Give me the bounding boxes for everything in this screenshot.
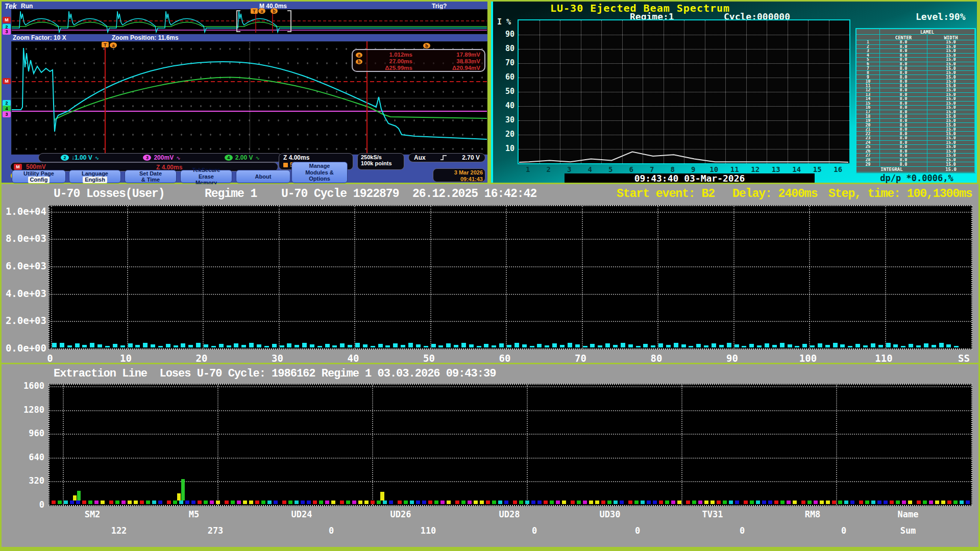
beam-marker	[340, 500, 344, 504]
lamel-row: 208.015.0	[856, 123, 975, 128]
cursor-a-marker-main[interactable]: a	[110, 42, 117, 48]
loss-bar	[514, 343, 519, 347]
loss-bar	[681, 344, 686, 347]
table-cell: 8.0	[880, 136, 927, 141]
table-cell: 29	[856, 162, 880, 167]
beam-marker	[191, 500, 195, 504]
trigger-icon	[283, 163, 288, 167]
loss-bar	[477, 346, 481, 347]
loss-bar	[264, 346, 269, 347]
loss-bar	[52, 343, 57, 347]
table-cell: 8.0	[880, 40, 927, 45]
trigger-marker-main[interactable]: T	[102, 42, 109, 47]
beam-marker	[455, 500, 459, 504]
cursor-a-line[interactable]	[105, 41, 106, 154]
dpp-readout: dp/p *0.0006,%	[856, 173, 977, 183]
loss-bar	[120, 345, 125, 347]
beam-marker	[595, 500, 599, 504]
coupling-icon: ∿	[176, 155, 180, 161]
loss-bar	[454, 345, 458, 347]
beam-marker	[838, 500, 842, 504]
table-cell: 24	[856, 141, 880, 145]
beam-marker	[787, 500, 791, 504]
spectrum-ytick: 30	[497, 115, 514, 124]
table-cell: 20	[856, 123, 880, 128]
loss-bar	[628, 344, 633, 347]
extraction-ytick: 960	[14, 428, 44, 438]
beam-marker	[908, 500, 912, 504]
loss-bar	[590, 344, 595, 347]
beam-marker	[358, 500, 362, 504]
beam-marker	[447, 500, 451, 504]
scope-time: 09:41:43	[435, 176, 483, 182]
loss-bar	[469, 344, 474, 347]
table-cell: 15.0	[927, 80, 975, 84]
cursor-tag: b	[356, 58, 364, 64]
u70-ytick: 0.0e+00	[3, 342, 46, 354]
menu-button-label: & Time	[141, 177, 160, 183]
table-cell: 15.0	[927, 136, 975, 141]
trigger-status: Trig?	[432, 3, 447, 10]
loss-bar	[325, 344, 330, 347]
spectrum-xtick: 1	[521, 165, 534, 173]
zoom-factor-readout: Zoom Factor: 10 X	[13, 34, 66, 41]
beam-marker	[167, 500, 171, 504]
grid-line	[657, 206, 658, 348]
menu-button-set-date[interactable]: Set Date& Time	[125, 170, 177, 183]
beam-marker	[601, 500, 605, 504]
beam-marker	[634, 500, 639, 504]
beam-marker	[383, 500, 387, 504]
table-cell: 15	[856, 102, 880, 106]
cursor-time: 27.00ms	[364, 58, 412, 64]
beam-marker	[198, 500, 202, 504]
beam-marker	[152, 500, 156, 504]
grid-line	[203, 206, 204, 348]
lamel-row: 58.015.0	[856, 58, 975, 62]
beam-marker	[474, 500, 478, 504]
table-cell: 8.0	[880, 114, 927, 119]
beam-marker	[480, 500, 484, 504]
zoom-scale-readout: Z 4.00ms	[283, 154, 349, 161]
channel-name: TV31	[690, 509, 736, 519]
beam-marker	[814, 500, 818, 504]
math-badge: M	[14, 164, 22, 170]
grid-line	[50, 386, 971, 387]
spectrum-timestamp: 09:43:40 03-Mar-2026	[634, 173, 745, 184]
table-cell: 8.0	[880, 93, 927, 97]
u70-xtick: 60	[493, 353, 517, 364]
ch3-badge: 3	[143, 155, 151, 161]
grid-line	[527, 385, 528, 505]
menu-button-teksecure[interactable]: TekSecureEraseMemory	[180, 170, 232, 183]
beam-marker	[146, 500, 150, 504]
cursor-b-marker-main[interactable]: b	[423, 43, 430, 48]
loss-bar	[901, 346, 905, 347]
channel-value: 0	[308, 525, 354, 536]
cursor-a-marker-mini[interactable]: a	[258, 8, 265, 14]
spectrum-ytick: 40	[497, 101, 514, 110]
beam-marker	[562, 500, 566, 504]
beam-marker	[468, 500, 472, 504]
grid-line	[50, 239, 971, 240]
loss-bar	[530, 346, 534, 347]
beam-marker	[52, 500, 56, 504]
loss-bar	[855, 344, 860, 347]
menu-button-language[interactable]: LanguageEnglish	[69, 170, 121, 183]
cursor-b-marker-mini[interactable]: b	[271, 8, 278, 14]
trigger-marker-mini[interactable]: T	[251, 8, 258, 14]
table-cell: 15.0	[927, 66, 975, 71]
beam-marker	[307, 500, 311, 504]
loss-bar	[174, 345, 178, 347]
menu-button-utility-page[interactable]: Utility PageConfig	[12, 170, 66, 183]
extraction-ytick: 1600	[14, 381, 44, 391]
loss-bar	[431, 344, 436, 347]
grid-line	[836, 385, 837, 505]
table-integral-row: INTEGRAL15.0	[856, 167, 975, 172]
beam-marker	[793, 500, 797, 504]
menu-button-manage-modules[interactable]: ManageModules &Options	[291, 162, 348, 183]
beam-marker	[371, 500, 375, 504]
loss-bar	[674, 343, 678, 347]
loss-bar	[522, 344, 527, 347]
ch4-badge: 4	[225, 155, 233, 161]
menu-button-about[interactable]: About	[236, 170, 290, 183]
lamel-row: 278.015.0	[856, 154, 975, 158]
